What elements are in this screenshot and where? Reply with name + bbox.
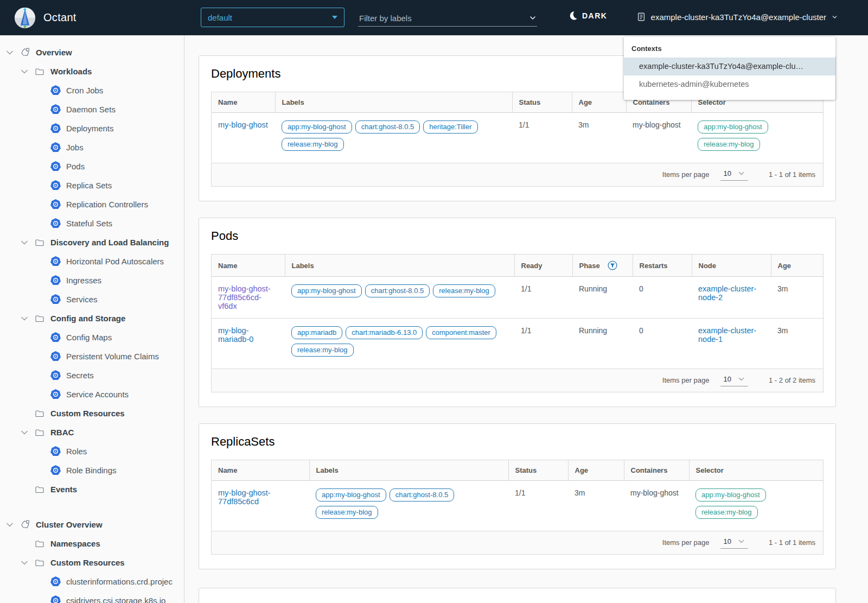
next-section-partial xyxy=(199,588,836,603)
sidebar-item-config-and-storage[interactable]: Config and Storage xyxy=(0,309,184,328)
sidebar-item-config-maps[interactable]: Config Maps xyxy=(0,328,184,347)
pod-name-link[interactable]: my-blog-mariadb-0 xyxy=(218,326,253,344)
sidebar-item-discovery-and-load-balancing[interactable]: Discovery and Load Balancing xyxy=(0,233,184,252)
sidebar-item-overview[interactable]: Overview xyxy=(0,43,184,62)
label-pill[interactable]: release:my-blog xyxy=(316,506,378,519)
chevron-down-icon xyxy=(738,376,745,383)
sidebar-item-horizontal-pod-autoscalers[interactable]: Horizontal Pod Autoscalers xyxy=(0,252,184,271)
selector-pill[interactable]: app:my-blog-ghost xyxy=(695,488,766,502)
sidebar-item-secrets[interactable]: Secrets xyxy=(0,366,184,385)
pod-name-link[interactable]: my-blog-ghost-77df85c6cd-vf6dx xyxy=(218,284,271,310)
label-pill[interactable]: release:my-blog xyxy=(282,138,344,151)
sidebar-item-daemon-sets[interactable]: Daemon Sets xyxy=(0,100,184,119)
namespace-select-value: default xyxy=(208,13,232,22)
chevron-down-icon[interactable] xyxy=(528,14,537,22)
context-menu: Contexts example-cluster-ka3TuTzYo4a@exa… xyxy=(624,37,835,100)
sidebar-item-pods[interactable]: Pods xyxy=(0,157,184,176)
sidebar-item-cluster-overview[interactable]: Cluster Overview xyxy=(0,515,184,534)
selector-pill[interactable]: app:my-blog-ghost xyxy=(698,120,768,134)
label-pill[interactable]: chart:ghost-8.0.5 xyxy=(355,120,420,134)
sidebar-item-csidrivers-crd[interactable]: csidrivers.csi.storage.k8s.io xyxy=(0,591,184,603)
node-link[interactable]: example-cluster-node-1 xyxy=(698,326,756,344)
chevron-down-icon[interactable] xyxy=(5,521,14,529)
context-menu-item-selected[interactable]: example-cluster-ka3TuTzYo4a@example-clu… xyxy=(624,58,835,75)
status-cell: 1/1 xyxy=(508,481,568,531)
chevron-down-icon[interactable] xyxy=(20,238,29,247)
moon-icon xyxy=(569,11,578,20)
label-pill[interactable]: chart:ghost-8.0.5 xyxy=(365,284,430,297)
table-row: my-blog-ghost-77df85c6cd-vf6dx app:my-bl… xyxy=(212,277,823,319)
sidebar-item-cron-jobs[interactable]: Cron Jobs xyxy=(0,81,184,100)
sidebar-item-services[interactable]: Services xyxy=(0,290,184,309)
page-size-select[interactable]: 10 xyxy=(720,536,748,549)
hpa-icon xyxy=(50,256,61,267)
pagination: Items per page 10 1 - 1 of 1 items xyxy=(212,531,823,554)
replicaset-name-link[interactable]: my-blog-ghost-77df85c6cd xyxy=(218,488,271,506)
sidebar-item-custom-resources[interactable]: Custom Resources xyxy=(0,404,184,423)
column-header-containers: Containers xyxy=(624,460,689,481)
status-cell: 1/1 xyxy=(512,113,572,163)
phase-cell: Running xyxy=(572,277,633,319)
page-size-select[interactable]: 10 xyxy=(720,168,748,181)
node-link[interactable]: example-cluster-node-2 xyxy=(698,284,756,302)
label-pill[interactable]: chart:ghost-8.0.5 xyxy=(390,488,455,502)
folder-icon xyxy=(34,538,45,549)
label-pill[interactable]: app:my-blog-ghost xyxy=(291,284,362,297)
label-pill[interactable]: release:my-blog xyxy=(291,344,354,357)
chevron-down-icon[interactable] xyxy=(20,428,29,437)
sidebar-item-rbac[interactable]: RBAC xyxy=(0,423,184,442)
selector-pill[interactable]: release:my-blog xyxy=(695,506,758,519)
deployment-name-link[interactable]: my-blog-ghost xyxy=(218,120,268,129)
sidebar-item-stateful-sets[interactable]: Stateful Sets xyxy=(0,214,184,233)
age-cell: 3m xyxy=(771,319,823,369)
sidebar-item-persistent-volume-claims[interactable]: Persistent Volume Claims xyxy=(0,347,184,366)
sidebar-item-namespaces[interactable]: Namespaces xyxy=(0,534,184,553)
replicasets-table: Name Labels Status Age Containers Select… xyxy=(211,460,824,555)
label-pill[interactable]: chart:mariadb-6.13.0 xyxy=(346,326,423,339)
column-header-phase: Phase xyxy=(572,255,633,277)
sidebar-item-role-bindings[interactable]: Role Bindings xyxy=(0,461,184,480)
page-size-select[interactable]: 10 xyxy=(720,374,748,386)
sidebar: Overview Workloads Cron Jobs Daemon Sets… xyxy=(0,35,184,603)
sidebar-item-replication-controllers[interactable]: Replication Controllers xyxy=(0,195,184,214)
sidebar-item-replica-sets[interactable]: Replica Sets xyxy=(0,176,184,195)
namespace-select[interactable]: default xyxy=(201,8,344,27)
sidebar-item-service-accounts[interactable]: Service Accounts xyxy=(0,385,184,404)
dark-mode-label: DARK xyxy=(582,11,607,20)
table-row: my-blog-mariadb-0 app:mariadbchart:maria… xyxy=(212,319,823,369)
chevron-down-icon[interactable] xyxy=(5,48,14,57)
phase-filter-icon[interactable] xyxy=(608,261,617,270)
sidebar-item-deployments[interactable]: Deployments xyxy=(0,119,184,138)
folder-icon xyxy=(34,66,45,77)
filter-by-labels-input[interactable] xyxy=(358,13,512,23)
sidebar-item-cluster-custom-resources[interactable]: Custom Resources xyxy=(0,553,184,572)
folder-icon xyxy=(34,237,45,248)
sidebar-item-clusterinformations-crd[interactable]: clusterinformations.crd.projec xyxy=(0,572,184,591)
sidebar-item-workloads[interactable]: Workloads xyxy=(0,62,184,81)
folder-icon xyxy=(34,313,45,324)
sidebar-item-ingresses[interactable]: Ingresses xyxy=(0,271,184,290)
dark-mode-toggle[interactable]: DARK xyxy=(569,11,607,20)
label-pill[interactable]: component:master xyxy=(426,326,496,339)
label-pill[interactable]: release:my-blog xyxy=(433,284,495,297)
label-pill[interactable]: heritage:Tiller xyxy=(423,120,477,134)
column-header-selector: Selector xyxy=(689,460,823,481)
label-pill[interactable]: app:my-blog-ghost xyxy=(316,488,386,502)
context-selector[interactable]: example-cluster-ka3TuTzYo4a@example-clus… xyxy=(636,12,838,22)
restarts-cell: 0 xyxy=(633,319,692,369)
chevron-down-icon[interactable] xyxy=(20,558,29,567)
label-pill[interactable]: app:mariadb xyxy=(291,326,342,339)
sidebar-item-events[interactable]: Events xyxy=(0,480,184,499)
rolebinding-icon xyxy=(50,465,61,476)
brand: Octant xyxy=(14,7,76,29)
replicaset-icon xyxy=(50,180,61,191)
selector-pill[interactable]: release:my-blog xyxy=(698,138,760,151)
label-pill[interactable]: app:my-blog-ghost xyxy=(282,120,352,134)
sidebar-item-roles[interactable]: Roles xyxy=(0,442,184,461)
column-header-ready: Ready xyxy=(514,255,572,277)
octant-logo-icon xyxy=(14,7,36,29)
sidebar-item-jobs[interactable]: Jobs xyxy=(0,138,184,157)
chevron-down-icon[interactable] xyxy=(20,67,29,76)
context-menu-item[interactable]: kubernetes-admin@kubernetes xyxy=(624,75,835,93)
chevron-down-icon[interactable] xyxy=(20,314,29,323)
